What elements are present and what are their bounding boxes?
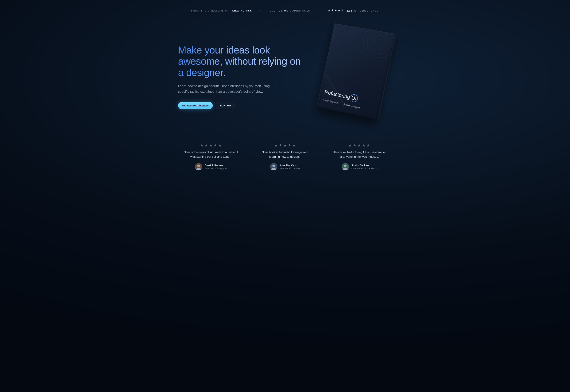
testimonial-role: Founder of Clearbit [280, 167, 300, 170]
testimonial-role: Founder of SavvyCal [205, 167, 227, 170]
testimonial-quote: “This book is fantastic for engineers le… [257, 150, 313, 159]
star-icon [362, 144, 365, 147]
star-icon [288, 144, 291, 147]
testimonial-person: Alex MacCawFounder of Clearbit [252, 163, 318, 170]
book-title-circle-icon: UI [349, 93, 359, 103]
star-icon [358, 144, 361, 147]
book-preview: Refactoring UI Adam Wathan Steve Schoger [324, 27, 387, 114]
creators-prefix: From the creators of [191, 9, 230, 12]
testimonial-quote: “This is the survival kit I wish I had w… [183, 150, 239, 159]
star-icon [334, 9, 337, 12]
rating-value: 4.68 [347, 10, 352, 12]
star-icon [353, 144, 356, 147]
copies-number: 20,000 [279, 9, 289, 12]
copies-prefix: Over [269, 9, 279, 12]
star-icon [341, 9, 344, 12]
goodreads-rating: 4.68 on Goodreads [328, 9, 379, 12]
star-icon [338, 9, 340, 12]
rating-stars [328, 9, 344, 12]
testimonials-section: “This is the survival kit I wish I had w… [178, 144, 392, 181]
testimonial-name: Alex MacCaw [280, 164, 300, 167]
star-icon [214, 144, 217, 147]
testimonial-name: Justin Jackson [351, 164, 377, 167]
star-icon [274, 144, 278, 147]
author-divider-icon [341, 102, 341, 105]
copies-suffix: copies sold [289, 9, 310, 12]
creators-brand: Tailwind CSS [230, 9, 252, 12]
separator-dot-icon [319, 10, 320, 11]
book-cover-art [317, 23, 395, 120]
rating-suffix: on Goodreads [353, 10, 379, 12]
buy-now-button[interactable]: Buy now [216, 102, 235, 109]
avatar [342, 163, 349, 170]
testimonial-stars [252, 144, 318, 147]
person-icon [342, 163, 349, 170]
star-icon [200, 144, 203, 147]
person-icon [270, 163, 277, 170]
star-icon [367, 144, 370, 147]
separator-dot-icon [260, 10, 261, 11]
testimonial-name: Derrick Reimer [205, 164, 227, 167]
testimonial-card: “This book is fantastic for engineers le… [252, 144, 318, 170]
star-icon [283, 144, 287, 147]
star-icon [331, 9, 334, 12]
book-author-2: Steve Schoger [343, 102, 360, 109]
star-icon [348, 144, 352, 147]
person-icon [195, 163, 202, 170]
avatar [270, 163, 277, 170]
testimonial-stars [178, 144, 244, 147]
testimonial-person: Derrick ReimerFounder of SavvyCal [178, 163, 244, 170]
book-title-word-2: UI [351, 95, 357, 102]
get-free-chapters-button[interactable]: Get two free chapters [178, 102, 213, 109]
testimonial-stars [326, 144, 392, 147]
copies-sold-line: Over 20,000 copies sold [269, 9, 310, 12]
testimonial-role: Co-founder of Transistor [351, 167, 377, 170]
hero-headline: Make your ideas look awesome, without re… [178, 44, 304, 78]
star-icon [209, 144, 212, 147]
star-icon [279, 144, 282, 147]
avatar [195, 163, 202, 170]
hero-subhead: Learn how to design beautiful user inter… [178, 83, 276, 94]
testimonial-card: “This book Refactoring UI is a no-braine… [326, 144, 392, 170]
testimonial-person: Justin JacksonCo-founder of Transistor [326, 163, 392, 170]
star-icon [218, 144, 222, 147]
star-icon [205, 144, 208, 147]
testimonial-quote: “This book Refactoring UI is a no-braine… [331, 150, 387, 159]
top-info-bar: From the creators of Tailwind CSS Over 2… [178, 0, 392, 12]
creators-line: From the creators of Tailwind CSS [191, 9, 252, 12]
star-icon [292, 144, 296, 147]
testimonial-card: “This is the survival kit I wish I had w… [178, 144, 244, 170]
